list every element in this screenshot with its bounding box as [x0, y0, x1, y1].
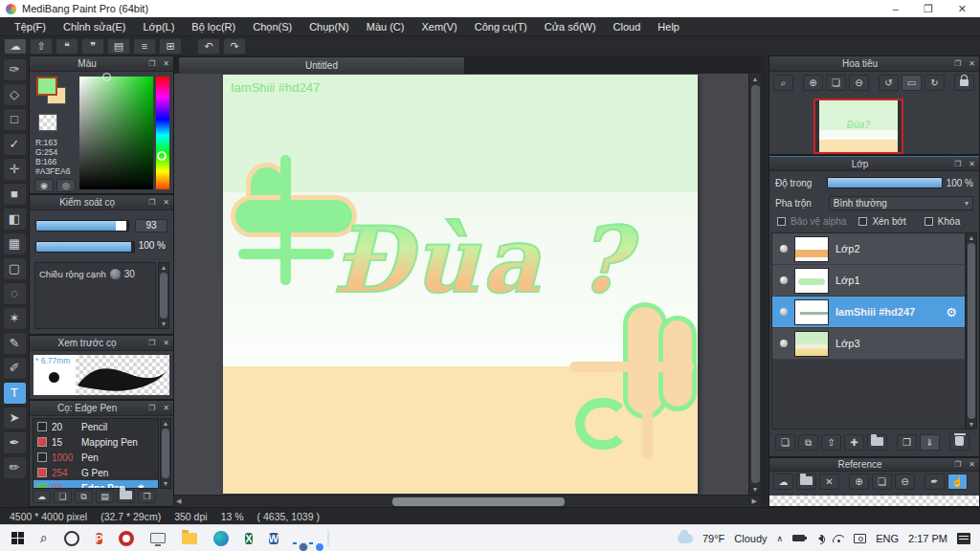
scroll-thumb[interactable] [968, 243, 975, 419]
delete-layer-button[interactable] [949, 434, 969, 451]
zoom-out-button[interactable]: ⊖ [849, 75, 869, 91]
close-icon[interactable]: ✕ [159, 404, 173, 412]
add-layer-menu-button[interactable]: ✚ [844, 434, 864, 451]
lock-button[interactable] [954, 75, 974, 91]
blend-mode-dropdown[interactable]: Bình thường ▾ [829, 196, 973, 210]
tablet-icon[interactable] [854, 534, 866, 543]
layer-visibility-icon[interactable] [780, 340, 788, 347]
layer-folder-button[interactable] [867, 434, 887, 451]
memo-button[interactable]: ❞ [81, 38, 104, 55]
select-pen-tool[interactable]: ✎ [3, 332, 27, 355]
scroll-thumb[interactable] [392, 497, 565, 506]
new-layer-button[interactable]: ❏ [775, 434, 795, 451]
brush-opacity-slider[interactable] [35, 241, 135, 253]
fit-screen-button[interactable]: ❏ [826, 75, 846, 91]
layer-opacity-slider[interactable] [827, 177, 942, 188]
menu-tools[interactable]: Công cụ(T) [466, 21, 536, 33]
scroll-down-icon[interactable]: ▼ [161, 320, 167, 328]
scroll-thumb[interactable] [160, 273, 167, 319]
eraser-tool[interactable]: ◇ [3, 83, 27, 106]
cloud-brush-button[interactable]: ☁ [33, 490, 51, 503]
script-brush-button[interactable]: ▤ [96, 490, 114, 503]
tray-chevron-icon[interactable]: ∧ [777, 534, 784, 543]
reset-rotation-button[interactable]: ▭ [902, 75, 922, 91]
navigator-preview-area[interactable]: Đùa? [769, 96, 979, 154]
edge-width-knob[interactable] [110, 269, 121, 279]
sv-marker[interactable] [102, 73, 111, 81]
popout-icon[interactable]: ❐ [950, 160, 965, 168]
brush-row-pencil[interactable]: 20 Pencil [33, 419, 158, 434]
cloud-ref-button[interactable]: ☁ [773, 474, 793, 490]
minimize-button[interactable]: – [893, 3, 899, 15]
weather-condition[interactable]: Cloudy [734, 533, 767, 544]
new-brush-button[interactable]: ❏ [54, 490, 72, 503]
layer-visibility-icon[interactable] [780, 276, 788, 284]
speaker-icon[interactable] [814, 535, 823, 542]
cortana-icon[interactable] [64, 531, 79, 546]
transparent-color-swatch[interactable] [38, 114, 57, 131]
select-eraser-tool[interactable]: ✐ [3, 357, 27, 380]
scroll-up-icon[interactable]: ▲ [161, 263, 167, 272]
grid-button[interactable]: ⊞ [159, 38, 182, 55]
menu-color[interactable]: Màu (C) [358, 21, 413, 33]
hue-marker[interactable] [157, 151, 167, 161]
hue-slider[interactable] [156, 77, 169, 189]
undo-button[interactable]: ↶ [197, 38, 220, 55]
select-tool[interactable]: ▢ [3, 257, 27, 280]
menu-help[interactable]: Help [649, 21, 688, 33]
layer-settings-gear-icon[interactable]: ⚙ [946, 305, 965, 320]
reference-content-area[interactable] [769, 496, 979, 506]
layer-visibility-icon[interactable] [780, 245, 788, 253]
ref-hand-button[interactable]: ☝ [947, 474, 968, 490]
search-icon[interactable]: ⌕ [40, 530, 48, 546]
layer-row-iamshiii[interactable]: IamShiii #hd247 ⚙ [772, 297, 965, 328]
start-button[interactable] [11, 532, 24, 544]
popout-icon[interactable]: ❐ [145, 404, 159, 412]
layer-row-lop2[interactable]: Lớp2 [772, 233, 965, 265]
operation-tool[interactable]: ➤ [3, 407, 27, 430]
weather-cloud-icon[interactable] [678, 534, 693, 543]
close-icon[interactable]: ✕ [159, 59, 173, 68]
rotate-left-button[interactable]: ↺ [879, 75, 899, 91]
color-set-button[interactable]: ◎ [56, 179, 76, 192]
close-icon[interactable]: ✕ [159, 339, 173, 347]
ref-zoom-in-button[interactable]: ⊕ [849, 474, 869, 490]
menu-edit[interactable]: Chỉnh sửa(E) [55, 21, 134, 33]
brush-size-slider[interactable] [35, 220, 129, 231]
scroll-up-icon[interactable]: ▲ [750, 74, 761, 84]
lasso-tool[interactable]: ◌ [3, 282, 27, 305]
restore-button[interactable]: ❐ [924, 3, 933, 15]
duplicate-layer-button[interactable]: ⧉ [798, 434, 818, 451]
wifi-icon[interactable] [833, 535, 844, 542]
div-pen-tool[interactable]: ✏ [3, 456, 27, 479]
canvas-viewport[interactable]: Đùa ? IamShiii #hd247 [174, 74, 748, 495]
publish-button[interactable]: ⇧ [30, 38, 53, 55]
polyline-tool[interactable]: ✓ [3, 133, 27, 156]
battery-icon[interactable] [792, 535, 805, 541]
menu-capture[interactable]: Chụp(N) [301, 21, 358, 33]
layer-row-lop1[interactable]: Lớp1 [772, 265, 965, 297]
layer-row-lop3[interactable]: Lớp3 [772, 328, 965, 360]
edge-browser-icon[interactable] [213, 531, 229, 546]
comment-button[interactable]: ❝ [56, 38, 78, 55]
brush-folder-button[interactable] [117, 490, 135, 503]
ref-zoom-out-button[interactable]: ⊖ [895, 474, 915, 490]
menu-file[interactable]: Tệp(F) [6, 21, 55, 33]
redo-button[interactable]: ↷ [223, 38, 246, 55]
fill-select-tool[interactable]: ■ [3, 183, 27, 206]
canvas-document[interactable]: Đùa ? IamShiii #hd247 [223, 75, 698, 494]
menu-select[interactable]: Chọn(S) [244, 21, 301, 33]
eyedropper-tool[interactable]: ✒ [3, 431, 27, 454]
foreground-color-swatch[interactable] [36, 77, 57, 96]
menu-filter[interactable]: Bộ lọc(R) [183, 21, 244, 33]
bucket-tool[interactable]: ◧ [3, 208, 27, 231]
brush-row-mapping-pen[interactable]: 15 Mapping Pen [33, 434, 158, 450]
ref-eyedropper-button[interactable]: ✒ [924, 474, 945, 490]
scroll-down-icon[interactable]: ▼ [969, 420, 975, 429]
popout-icon[interactable]: ❐ [145, 339, 159, 347]
scroll-up-icon[interactable]: ▲ [163, 419, 169, 428]
color-wheel-button[interactable]: ◉ [34, 179, 54, 192]
excel-icon[interactable]: X [245, 533, 252, 544]
figure-tool[interactable]: □ [3, 108, 27, 131]
close-icon[interactable]: ✕ [965, 59, 979, 68]
